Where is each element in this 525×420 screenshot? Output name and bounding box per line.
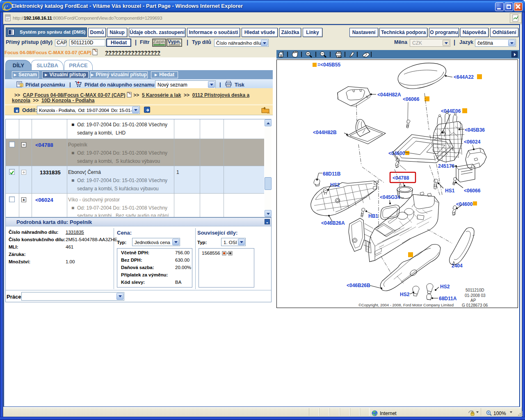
svg-text:5011210D: 5011210D: [466, 288, 484, 292]
svg-text:HS2: HS2: [440, 284, 450, 290]
svg-text:68D11A: 68D11A: [439, 296, 457, 301]
svg-text:<644A22: <644A22: [454, 74, 474, 80]
svg-text:<06024: <06024: [464, 139, 481, 145]
svg-text:<04788: <04788: [393, 175, 409, 181]
svg-text:<06066: <06066: [464, 188, 481, 194]
svg-text:G 0128673 06: G 0128673 06: [462, 303, 488, 308]
svg-text:AP: AP: [470, 298, 476, 303]
svg-text:HS2: HS2: [330, 182, 340, 188]
svg-text:<044E06: <044E06: [441, 108, 461, 114]
svg-text:01-2008 03: 01-2008 03: [465, 293, 486, 298]
svg-text:<04600: <04600: [388, 151, 405, 156]
svg-text:<046B26A: <046B26A: [321, 220, 345, 226]
svg-text:68D11B: 68D11B: [323, 171, 341, 177]
svg-text:<044H82A: <044H82A: [377, 92, 401, 98]
svg-text:=<045B55: =<045B55: [317, 62, 340, 68]
svg-text:©Copyright, 2004 - 2008, Ford: ©Copyright, 2004 - 2008, Ford Motor Comp…: [358, 303, 454, 307]
svg-text:<04600: <04600: [456, 201, 473, 207]
svg-text:HS1: HS1: [445, 188, 455, 194]
svg-text:<044H82B: <044H82B: [313, 130, 337, 135]
svg-text:<06066: <06066: [403, 96, 420, 102]
svg-text:HS2: HS2: [400, 292, 410, 297]
svg-text:<045B36: <045B36: [465, 127, 485, 133]
svg-text:<045G34: <045G34: [380, 194, 400, 200]
svg-text:HB1: HB1: [368, 213, 378, 219]
svg-text:<046B26B: <046B26B: [347, 283, 370, 288]
